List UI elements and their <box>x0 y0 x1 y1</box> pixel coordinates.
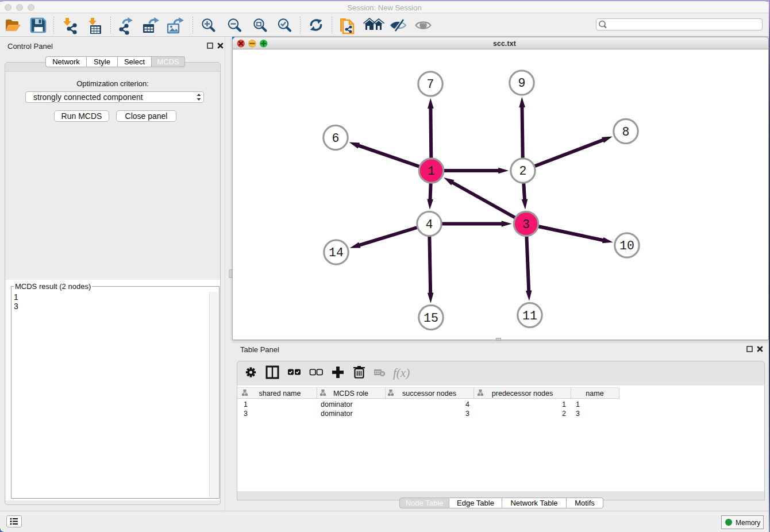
svg-text:11: 11 <box>522 309 537 323</box>
svg-text:3: 3 <box>522 218 530 232</box>
svg-text:10: 10 <box>619 239 634 253</box>
svg-text:15: 15 <box>424 311 438 325</box>
svg-text:9: 9 <box>518 76 526 90</box>
svg-text:8: 8 <box>622 125 630 139</box>
svg-text:f(x): f(x) <box>393 366 410 380</box>
svg-text:4: 4 <box>426 218 433 232</box>
svg-text:1: 1 <box>428 164 435 178</box>
svg-text:6: 6 <box>332 132 340 145</box>
svg-text:14: 14 <box>329 246 344 260</box>
svg-text:7: 7 <box>427 78 434 91</box>
svg-text:2: 2 <box>519 164 527 178</box>
